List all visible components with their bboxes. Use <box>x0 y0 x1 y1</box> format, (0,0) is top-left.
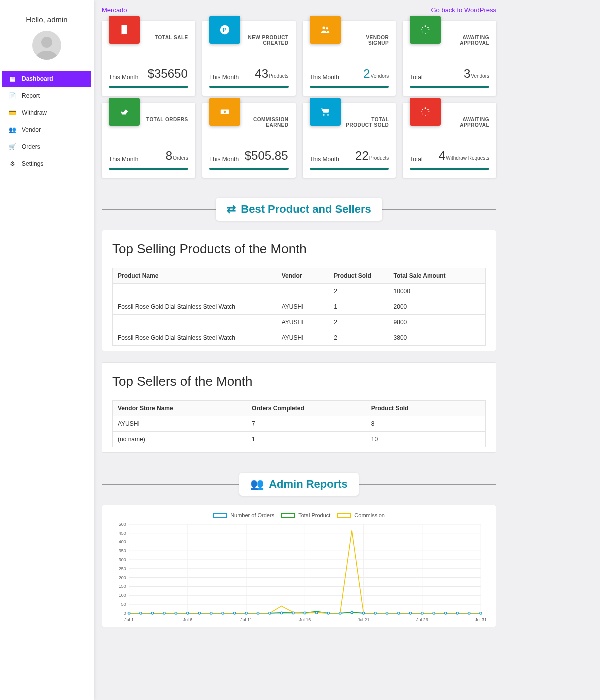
legend-label: Number of Orders <box>230 512 274 518</box>
section-reports-title: 👥 Admin Reports <box>240 473 359 496</box>
section-best-title: ⇄ Best Product and Sellers <box>216 198 382 221</box>
sidebar-item-label: Report <box>22 92 40 99</box>
legend-label: Commission <box>354 512 385 518</box>
card-period: Total <box>410 156 422 163</box>
nav: ▦Dashboard📄Report💳Withdraw👥Vendor🛒Orders… <box>0 71 94 172</box>
svg-point-63 <box>164 612 166 614</box>
card-unit: Products <box>370 155 389 161</box>
table-row: 210000 <box>113 284 486 299</box>
svg-point-75 <box>304 612 306 614</box>
svg-text:250: 250 <box>119 566 126 571</box>
card-value: 4 <box>439 149 446 162</box>
sidebar-item-label: Orders <box>22 143 40 150</box>
sidebar-item-label: Vendor <box>22 126 41 133</box>
back-link[interactable]: Go back to WordPress <box>431 6 496 14</box>
card-bar <box>310 168 390 170</box>
card-title: TOTAL SALE <box>145 21 188 44</box>
card-bar <box>410 86 490 88</box>
top-sellers-title: Top Sellers of the Month <box>112 374 486 389</box>
sidebar-item-orders[interactable]: 🛒Orders <box>2 139 92 155</box>
svg-point-6 <box>428 29 430 30</box>
sidebar-item-report[interactable]: 📄Report <box>2 88 92 104</box>
stat-card-4: TOTAL ORDERS This Month 8Orders <box>102 103 196 178</box>
card-period: This Month <box>109 74 138 81</box>
topbar: Mercado Go back to WordPress <box>102 6 496 14</box>
table-cell: 8 <box>366 416 486 432</box>
card-value: $505.85 <box>245 149 288 162</box>
svg-point-5 <box>428 27 429 28</box>
card-value: 22 <box>356 149 369 162</box>
stat-cards: TOTAL SALE This Month $35650 P NEW PRODU… <box>102 21 496 178</box>
svg-point-23 <box>422 109 423 110</box>
svg-point-9 <box>422 32 423 32</box>
dash-icon: ▦ <box>9 75 16 82</box>
svg-text:Jul 11: Jul 11 <box>240 617 252 622</box>
table-cell: 10000 <box>389 284 486 299</box>
svg-point-79 <box>351 612 353 614</box>
svg-point-76 <box>316 612 318 614</box>
sidebar-item-label: Settings <box>22 160 44 167</box>
svg-text:P: P <box>223 27 226 33</box>
table-cell: 10 <box>366 432 486 447</box>
svg-point-19 <box>428 114 429 115</box>
card-period: This Month <box>310 74 340 81</box>
svg-point-7 <box>428 32 429 33</box>
card-bar <box>109 86 188 88</box>
svg-point-74 <box>292 612 294 614</box>
svg-point-82 <box>386 612 388 614</box>
svg-point-21 <box>422 114 423 114</box>
table-cell: AYUSHI <box>113 416 248 432</box>
sidebar-item-vendor[interactable]: 👥Vendor <box>2 122 92 138</box>
table-row: AYUSHI29800 <box>113 315 486 330</box>
users-icon: 👥 <box>250 478 264 491</box>
card-title: AWAITING APPROVAL <box>446 21 490 46</box>
table-cell: 2000 <box>389 299 486 315</box>
svg-text:100: 100 <box>119 593 126 598</box>
table-cell <box>277 284 329 299</box>
svg-point-65 <box>187 612 189 614</box>
card-title: AWAITING APPROVAL <box>446 103 490 128</box>
table-row: (no name)110 <box>113 432 486 447</box>
svg-text:Jul 26: Jul 26 <box>416 617 428 622</box>
sidebar-item-dashboard[interactable]: ▦Dashboard <box>2 71 92 87</box>
table-header: Orders Completed <box>247 401 366 416</box>
svg-text:Jul 31: Jul 31 <box>475 617 487 622</box>
svg-point-20 <box>425 115 426 116</box>
svg-text:500: 500 <box>119 522 126 527</box>
card-value: 43 <box>255 67 268 80</box>
sidebar-item-settings[interactable]: ⚙Settings <box>2 156 92 172</box>
card-bar <box>210 86 289 88</box>
svg-point-8 <box>425 33 426 34</box>
table-cell: 3800 <box>389 330 486 346</box>
svg-text:200: 200 <box>119 575 126 580</box>
legend-swatch <box>214 513 228 518</box>
svg-point-73 <box>280 612 282 614</box>
svg-point-10 <box>422 29 422 30</box>
table-header: Total Sale Amount <box>389 268 486 284</box>
brand-link[interactable]: Mercado <box>102 6 128 14</box>
svg-point-16 <box>425 107 426 109</box>
card-title: TOTAL ORDERS <box>145 103 188 126</box>
legend-item: Number of Orders <box>214 512 274 518</box>
legend-swatch <box>282 513 296 518</box>
receipt-icon <box>109 16 140 44</box>
card-icon: 💳 <box>9 109 16 116</box>
hand-icon <box>109 98 140 126</box>
svg-point-14 <box>323 114 324 116</box>
top-products-table: Product NameVendorProduct SoldTotal Sale… <box>112 268 486 346</box>
card-bar <box>410 168 490 170</box>
svg-point-89 <box>468 612 470 614</box>
svg-point-87 <box>445 612 447 614</box>
table-header: Vendor Store Name <box>113 401 248 416</box>
card-value: 8 <box>166 149 172 162</box>
file-icon: 📄 <box>9 92 16 99</box>
sidebar-item-withdraw[interactable]: 💳Withdraw <box>2 105 92 121</box>
svg-point-60 <box>128 612 130 614</box>
card-bar <box>310 86 390 88</box>
legend-swatch <box>338 513 352 518</box>
svg-point-90 <box>480 612 482 614</box>
svg-text:150: 150 <box>119 584 126 589</box>
card-unit: Vendors <box>471 73 490 79</box>
stat-card-6: TOTAL PRODUCT SOLD This Month 22Products <box>303 103 396 178</box>
svg-point-78 <box>340 612 342 614</box>
